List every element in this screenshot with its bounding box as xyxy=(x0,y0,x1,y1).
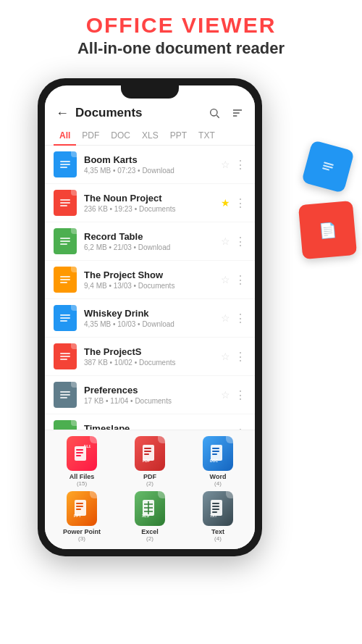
nav-excel-label: Excel xyxy=(141,528,159,535)
star-icon[interactable]: ☆ xyxy=(221,312,230,324)
nav-pdf[interactable]: PDF PDF (2) xyxy=(128,436,172,487)
svg-text:XLS: XLS xyxy=(142,514,149,518)
promo-header: OFFICE VIEWER All-in-one document reader xyxy=(0,13,362,58)
file-info: Record Table 6,2 MB • 21/03 • Download xyxy=(84,231,221,251)
text-icon: TXT xyxy=(203,491,233,526)
file-info: Whiskey Drink 4,35 MB • 10/03 • Download xyxy=(84,308,221,328)
nav-excel[interactable]: XLS Excel (2) xyxy=(128,491,172,542)
tab-txt[interactable]: TXT xyxy=(193,126,221,145)
file-actions: ☆ ⋮ xyxy=(221,350,246,364)
nav-text[interactable]: TXT Text (4) xyxy=(196,491,240,542)
file-meta: 4,35 MB • 07:23 • Download xyxy=(84,167,221,175)
table-row[interactable]: Whiskey Drink 4,35 MB • 10/03 • Download… xyxy=(45,299,255,338)
file-actions: ☆ ⋮ xyxy=(221,235,246,248)
star-icon[interactable]: ☆ xyxy=(221,351,230,362)
file-meta: 387 KB • 10/02 • Documents xyxy=(84,359,221,367)
tab-doc[interactable]: DOC xyxy=(105,126,136,145)
more-icon[interactable]: ⋮ xyxy=(235,311,246,325)
phone-notch xyxy=(121,85,179,99)
file-type-icon xyxy=(54,420,77,430)
svg-rect-23 xyxy=(76,509,81,510)
svg-text:PDF: PDF xyxy=(143,459,150,463)
table-row[interactable]: Timeslape 3,2 MB • 12/03 • Download ☆ ⋮ xyxy=(45,414,255,430)
nav-text-label: Text xyxy=(211,528,224,535)
powerpoint-icon: PPT xyxy=(67,491,97,526)
svg-rect-8 xyxy=(76,455,81,456)
all-files-icon: ALL xyxy=(67,436,97,471)
app-title: OFFICE VIEWER xyxy=(0,13,362,38)
file-type-icon xyxy=(54,190,77,216)
back-button[interactable]: ← xyxy=(54,104,71,122)
file-type-icon xyxy=(54,305,77,331)
excel-icon: XLS xyxy=(135,491,165,526)
table-row[interactable]: The Project Show 9,4 MB • 13/03 • Docume… xyxy=(45,261,255,299)
svg-rect-6 xyxy=(76,449,83,451)
search-icon[interactable] xyxy=(206,104,223,122)
svg-rect-21 xyxy=(76,503,83,504)
svg-rect-18 xyxy=(212,453,217,455)
more-icon[interactable]: ⋮ xyxy=(235,388,246,402)
star-icon[interactable]: ☆ xyxy=(221,274,230,285)
floating-doc-icon xyxy=(301,140,354,193)
app-header: ← Documents xyxy=(45,99,255,126)
tab-xls[interactable]: XLS xyxy=(136,126,164,145)
table-row[interactable]: The ProjectS 387 KB • 10/02 • Documents … xyxy=(45,338,255,376)
table-row[interactable]: Record Table 6,2 MB • 21/03 • Download ☆… xyxy=(45,222,255,261)
svg-rect-34 xyxy=(212,509,219,510)
file-list: Boom Karts 4,35 MB • 07:23 • Download ☆ … xyxy=(45,146,255,430)
svg-rect-17 xyxy=(212,451,219,452)
file-meta: 9,4 MB • 13/03 • Documents xyxy=(84,282,221,290)
star-icon[interactable]: ☆ xyxy=(221,389,230,401)
more-icon[interactable]: ⋮ xyxy=(235,158,246,172)
svg-rect-7 xyxy=(76,452,83,453)
nav-excel-count: (2) xyxy=(146,535,153,542)
nav-all-files-count: (15) xyxy=(77,480,87,487)
more-icon[interactable]: ⋮ xyxy=(235,196,246,210)
star-icon[interactable]: ☆ xyxy=(221,235,230,247)
file-type-icon xyxy=(54,343,77,369)
screen-title: Documents xyxy=(75,106,206,120)
file-name: Whiskey Drink xyxy=(84,308,221,319)
sort-icon[interactable] xyxy=(229,104,246,122)
file-actions: ☆ ⋮ xyxy=(221,273,246,287)
file-meta: 6,2 MB • 21/03 • Download xyxy=(84,243,221,251)
tab-pdf[interactable]: PDF xyxy=(76,126,105,145)
svg-point-0 xyxy=(211,109,217,116)
nav-all-files[interactable]: ALL All Files (15) xyxy=(60,436,104,487)
nav-row-2: PPT Power Point (3) xyxy=(48,491,252,542)
more-icon[interactable]: ⋮ xyxy=(235,350,246,364)
svg-text:PPT: PPT xyxy=(74,514,81,518)
nav-text-count: (4) xyxy=(214,535,222,542)
file-meta: 236 KB • 19:23 • Documents xyxy=(84,205,221,213)
pdf-icon: PDF xyxy=(135,436,165,471)
more-icon[interactable]: ⋮ xyxy=(235,273,246,287)
file-actions: ☆ ⋮ xyxy=(221,158,246,172)
svg-rect-22 xyxy=(76,506,83,507)
nav-powerpoint[interactable]: PPT Power Point (3) xyxy=(60,491,104,542)
table-row[interactable]: Boom Karts 4,35 MB • 07:23 • Download ☆ … xyxy=(45,146,255,184)
svg-rect-32 xyxy=(212,503,219,504)
svg-rect-11 xyxy=(144,448,151,449)
file-info: The Noun Project 236 KB • 19:23 • Docume… xyxy=(84,193,221,213)
nav-word[interactable]: DOC Word (4) xyxy=(196,436,240,487)
svg-line-1 xyxy=(216,115,219,117)
file-meta: 4,35 MB • 10/03 • Download xyxy=(84,320,221,328)
nav-word-label: Word xyxy=(210,473,227,480)
tab-all[interactable]: All xyxy=(54,126,76,145)
app-subtitle: All-in-one document reader xyxy=(0,39,362,58)
file-actions: ★ ⋮ xyxy=(221,196,246,210)
file-name: The Noun Project xyxy=(84,193,221,204)
nav-pdf-count: (2) xyxy=(146,480,153,487)
svg-text:DOC: DOC xyxy=(210,459,219,463)
tab-ppt[interactable]: PPT xyxy=(164,126,193,145)
table-row[interactable]: Preferences 17 KB • 11/04 • Documents ☆ … xyxy=(45,376,255,414)
file-name: Boom Karts xyxy=(84,154,221,165)
file-info: The Project Show 9,4 MB • 13/03 • Docume… xyxy=(84,269,221,290)
nav-row-1: ALL All Files (15) PDF xyxy=(48,436,252,487)
nav-pdf-label: PDF xyxy=(143,473,156,480)
star-icon[interactable]: ☆ xyxy=(221,159,230,170)
file-type-icon xyxy=(54,382,77,408)
table-row[interactable]: The Noun Project 236 KB • 19:23 • Docume… xyxy=(45,184,255,222)
star-icon[interactable]: ★ xyxy=(221,197,230,209)
more-icon[interactable]: ⋮ xyxy=(235,235,246,248)
